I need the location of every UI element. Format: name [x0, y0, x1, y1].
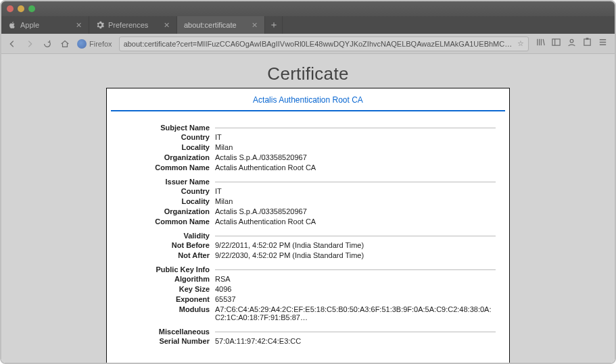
identity-label: Firefox — [89, 40, 112, 48]
detail-row: AlgorithmRSA — [120, 274, 496, 284]
section-rule — [215, 182, 496, 182]
library-icon[interactable] — [536, 37, 546, 50]
detail-row: Common NameActalis Authentication Root C… — [120, 162, 496, 172]
detail-row: LocalityMilan — [120, 142, 496, 152]
section-title: Subject Name — [120, 124, 215, 132]
close-tab-icon[interactable]: ✕ — [252, 21, 258, 30]
detail-row: OrganizationActalis S.p.A./03358520967 — [120, 206, 496, 216]
section-header: Issuer Name — [120, 178, 496, 186]
tab-preferences[interactable]: Preferences ✕ — [89, 16, 177, 34]
section: ValidityNot Before9/22/2011, 4:52:02 PM … — [120, 232, 496, 260]
zoom-window-button[interactable] — [28, 5, 35, 12]
close-tab-icon[interactable]: ✕ — [164, 21, 170, 30]
detail-value: Actalis Authentication Root CA — [215, 163, 496, 172]
detail-label: Not After — [120, 251, 215, 259]
minimize-window-button[interactable] — [18, 5, 24, 12]
section: MiscellaneousSerial Number57:0A:11:97:42… — [120, 328, 496, 346]
detail-label: Common Name — [120, 163, 215, 172]
detail-row: LocalityMilan — [120, 196, 496, 206]
svg-rect-3 — [584, 39, 590, 45]
certificate-tab[interactable]: Actalis Authentication Root CA — [111, 88, 505, 111]
detail-value: RSA — [215, 275, 496, 283]
apple-icon — [8, 21, 16, 29]
detail-value: IT — [215, 133, 496, 141]
detail-value: Actalis S.p.A./03358520967 — [215, 153, 496, 161]
detail-row: CountryIT — [120, 132, 496, 142]
menu-icon[interactable] — [598, 37, 608, 50]
svg-point-2 — [570, 39, 573, 43]
tab-label: Preferences — [108, 21, 148, 29]
section-title: Validity — [120, 232, 215, 240]
new-tab-button[interactable]: ＋ — [265, 16, 283, 34]
identity-box[interactable]: Firefox — [76, 39, 115, 49]
section-rule — [215, 236, 496, 236]
close-tab-icon[interactable]: ✕ — [76, 21, 82, 30]
detail-label: Exponent — [120, 295, 215, 303]
forward-button[interactable] — [23, 37, 37, 51]
extension-icon[interactable] — [582, 37, 592, 50]
detail-value: Actalis Authentication Root CA — [215, 217, 496, 226]
detail-label: Organization — [120, 153, 215, 161]
nav-toolbar: Firefox about:certificate?cert=MIIFuzCCA… — [1, 34, 615, 54]
detail-value: Milan — [215, 143, 496, 151]
section-title: Public Key Info — [120, 265, 215, 274]
tab-label: about:certificate — [184, 21, 237, 29]
section-rule — [215, 269, 496, 270]
detail-row: Exponent65537 — [120, 294, 496, 304]
detail-row: Not Before9/22/2011, 4:52:02 PM (India S… — [120, 240, 496, 250]
detail-row: CountryIT — [120, 186, 496, 196]
section: Public Key InfoAlgorithmRSAKey Size4096E… — [120, 265, 496, 322]
svg-rect-0 — [552, 39, 560, 45]
tab-strip: Apple ✕ Preferences ✕ about:certificate … — [1, 16, 615, 34]
certificate-card: Actalis Authentication Root CA Subject N… — [106, 88, 510, 363]
detail-row: Not After9/22/2030, 4:52:02 PM (India St… — [120, 250, 496, 260]
detail-value: 4096 — [215, 285, 496, 293]
plus-icon: ＋ — [269, 19, 279, 31]
page-title: Certificate — [1, 63, 615, 84]
detail-row: Common NameActalis Authentication Root C… — [120, 216, 496, 226]
url-bar[interactable]: about:certificate?cert=MIIFuzCCA6OgAwIBA… — [119, 36, 529, 51]
detail-row: Key Size4096 — [120, 284, 496, 294]
detail-label: Country — [120, 133, 215, 141]
detail-value: 57:0A:11:97:42:C4:E3:CC — [215, 337, 496, 345]
section-rule — [215, 128, 496, 128]
certificate-details: Subject NameCountryITLocalityMilanOrgani… — [107, 111, 509, 346]
detail-row: Serial Number57:0A:11:97:42:C4:E3:CC — [120, 336, 496, 346]
detail-label: Common Name — [120, 217, 215, 226]
account-icon[interactable] — [567, 37, 577, 50]
detail-label: Organization — [120, 207, 215, 215]
firefox-icon — [77, 39, 87, 49]
svg-rect-4 — [586, 38, 589, 40]
section-title: Miscellaneous — [120, 328, 215, 336]
detail-label: Country — [120, 187, 215, 195]
section-header: Public Key Info — [120, 265, 496, 274]
reload-button[interactable] — [41, 37, 54, 51]
close-window-button[interactable] — [7, 5, 14, 12]
detail-value: Milan — [215, 197, 496, 205]
detail-label: Locality — [120, 197, 215, 205]
section: Issuer NameCountryITLocalityMilanOrganiz… — [120, 178, 496, 226]
sidebar-icon[interactable] — [551, 37, 561, 50]
tab-certificate[interactable]: about:certificate ✕ — [177, 16, 265, 34]
detail-value: IT — [215, 187, 496, 195]
detail-value: 65537 — [215, 295, 496, 303]
tab-apple[interactable]: Apple ✕ — [1, 16, 89, 34]
back-button[interactable] — [5, 37, 19, 51]
detail-label: Serial Number — [120, 337, 215, 345]
gear-icon — [96, 21, 104, 29]
home-button[interactable] — [58, 37, 72, 51]
bookmark-star-icon[interactable]: ☆ — [517, 39, 524, 48]
section: Subject NameCountryITLocalityMilanOrgani… — [120, 124, 496, 172]
section-header: Subject Name — [120, 124, 496, 132]
toolbar-right — [533, 37, 611, 50]
detail-value: Actalis S.p.A./03358520967 — [215, 207, 496, 215]
detail-label: Locality — [120, 143, 215, 151]
detail-label: Not Before — [120, 241, 215, 249]
section-title: Issuer Name — [120, 178, 215, 186]
detail-value: 9/22/2011, 4:52:02 PM (India Standard Ti… — [215, 241, 496, 249]
detail-row: ModulusA7:C6:C4:A5:29:A4:2C:EF:E5:18:C5:… — [120, 304, 496, 322]
detail-label: Algorithm — [120, 275, 215, 283]
titlebar — [1, 1, 615, 16]
section-header: Miscellaneous — [120, 328, 496, 336]
section-header: Validity — [120, 232, 496, 240]
